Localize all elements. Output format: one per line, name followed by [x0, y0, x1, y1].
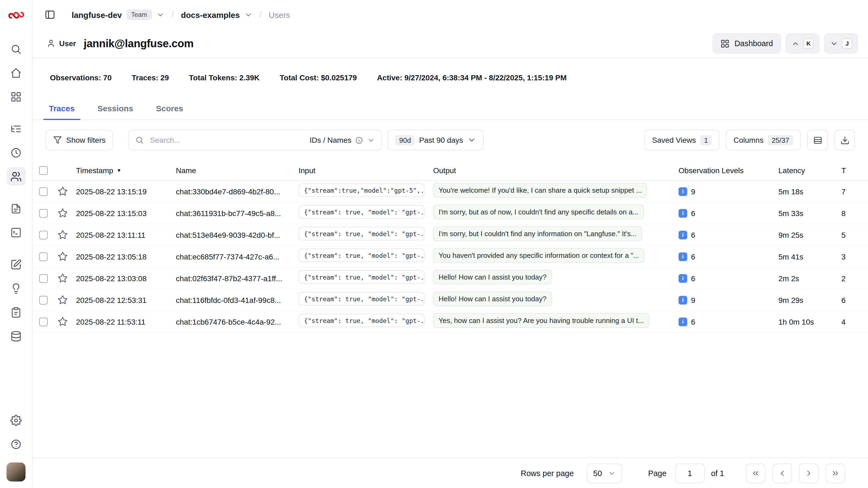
- sidebar-item-evaluation[interactable]: [7, 255, 25, 274]
- trace-timestamp: 2025-08-22 12:53:31: [76, 296, 176, 304]
- table-row[interactable]: 2025-08-22 13:15:03 chat:3611931b-bc77-4…: [33, 203, 868, 224]
- trace-output-cell: Hello! How can I assist you today?: [433, 292, 679, 308]
- search-scope-label: IDs / Names: [310, 136, 351, 144]
- sidebar-item-home[interactable]: [7, 63, 25, 82]
- tab-sessions[interactable]: Sessions: [92, 97, 139, 120]
- sidebar-toggle-button[interactable]: [41, 6, 59, 23]
- search-scope-dropdown[interactable]: IDs / Names: [310, 136, 375, 144]
- page-total-label: of 1: [711, 469, 724, 478]
- chevrons-left-icon: [751, 469, 760, 478]
- info-level-icon: i: [679, 296, 687, 304]
- row-checkbox[interactable]: [39, 252, 48, 261]
- truncated-cell: 3: [841, 252, 868, 261]
- bookmark-star-button[interactable]: [58, 295, 76, 305]
- table-row[interactable]: 2025-08-22 13:11:11 chat:513e84e9-9039-4…: [33, 224, 868, 246]
- select-all-checkbox[interactable]: [39, 166, 48, 175]
- panel-left-icon: [44, 9, 55, 20]
- project-switcher[interactable]: docs-examples: [181, 10, 252, 19]
- page-number-input[interactable]: [675, 463, 705, 483]
- sidebar-item-users[interactable]: [7, 167, 25, 186]
- sidebar-item-llm-judge[interactable]: [7, 279, 25, 298]
- row-checkbox[interactable]: [39, 296, 48, 304]
- truncated-cell: 8: [841, 209, 868, 217]
- export-button[interactable]: [834, 130, 855, 150]
- observation-levels-cell: i6: [679, 209, 778, 217]
- chevron-down-icon: [367, 136, 375, 144]
- previous-user-button[interactable]: K: [785, 33, 820, 54]
- bookmark-star-button[interactable]: [58, 230, 76, 240]
- sidebar-item-datasets[interactable]: [7, 327, 25, 345]
- tab-scores[interactable]: Scores: [151, 97, 189, 120]
- sidebar-item-prompts[interactable]: [7, 199, 25, 218]
- observation-levels-cell: i6: [679, 252, 778, 261]
- observation-count: 9: [691, 187, 695, 196]
- sidebar-item-search[interactable]: [7, 40, 25, 58]
- truncated-cell: 2: [841, 274, 868, 282]
- saved-views-button[interactable]: Saved Views 1: [645, 130, 719, 150]
- row-checkbox[interactable]: [39, 209, 48, 217]
- user-avatar[interactable]: [6, 462, 26, 482]
- columns-button[interactable]: Columns 25/37: [726, 130, 801, 150]
- next-page-button[interactable]: [799, 463, 818, 483]
- saved-views-count-badge: 1: [700, 135, 712, 145]
- sidebar-item-annotation[interactable]: [7, 303, 25, 322]
- breadcrumb-separator: /: [170, 10, 176, 20]
- table-row[interactable]: 2025-08-22 13:03:08 chat:02f63f47-87b2-4…: [33, 268, 868, 289]
- table-row[interactable]: 2025-08-22 12:53:31 chat:116fbfdc-0fd3-4…: [33, 289, 868, 311]
- search-box[interactable]: IDs / Names: [128, 130, 382, 150]
- stat-total-tokens: Total Tokens: 2.39K: [189, 73, 259, 82]
- first-page-button[interactable]: [746, 463, 766, 483]
- sidebar-item-sessions[interactable]: [7, 143, 25, 162]
- row-checkbox[interactable]: [39, 317, 48, 326]
- org-switcher[interactable]: langfuse-dev Team: [72, 9, 164, 20]
- date-range-badge: 90d: [396, 135, 415, 145]
- observation-levels-cell: i9: [679, 296, 778, 304]
- bookmark-star-button[interactable]: [58, 316, 76, 327]
- row-height-button[interactable]: [807, 130, 828, 150]
- show-filters-button[interactable]: Show filters: [45, 130, 113, 150]
- date-range-button[interactable]: 90d Past 90 days: [388, 130, 484, 150]
- tab-traces[interactable]: Traces: [43, 97, 80, 120]
- trace-latency: 5m 33s: [778, 209, 841, 217]
- row-checkbox[interactable]: [39, 274, 48, 282]
- bookmark-star-button[interactable]: [58, 273, 76, 283]
- trace-timestamp: 2025-08-22 13:05:18: [76, 252, 176, 261]
- observation-count: 6: [691, 317, 695, 326]
- table-row[interactable]: 2025-08-22 13:15:19 chat:330bd4e7-d869-4…: [33, 181, 868, 203]
- column-header-timestamp[interactable]: Timestamp ▼: [76, 166, 176, 175]
- column-header-latency: Latency: [778, 166, 841, 175]
- table-row[interactable]: 2025-08-22 11:53:11 chat:1cb67476-b5ce-4…: [33, 311, 868, 333]
- previous-page-button[interactable]: [772, 463, 792, 483]
- search-input[interactable]: [149, 135, 305, 145]
- row-checkbox[interactable]: [39, 187, 48, 196]
- clipboard-icon: [10, 306, 22, 318]
- timestamp-header-label: Timestamp: [76, 166, 113, 175]
- rows-per-page-select[interactable]: 50: [587, 463, 622, 483]
- bookmark-star-button[interactable]: [58, 251, 76, 262]
- trace-input-cell: {"stream": true, "model": "gpt-...: [299, 249, 433, 264]
- sort-desc-icon: ▼: [117, 167, 121, 173]
- table-row[interactable]: 2025-08-22 13:05:18 chat:ec685f77-7374-4…: [33, 246, 868, 268]
- info-level-icon: i: [679, 252, 687, 261]
- toolbar-right: Saved Views 1 Columns 25/37: [645, 130, 855, 150]
- sidebar-item-playground[interactable]: [7, 223, 25, 242]
- bookmark-star-button[interactable]: [58, 208, 76, 218]
- column-header-name: Name: [176, 166, 299, 175]
- keycap-k: K: [803, 38, 814, 49]
- last-page-button[interactable]: [826, 463, 845, 483]
- dashboard-button[interactable]: Dashboard: [712, 33, 781, 54]
- row-checkbox[interactable]: [39, 231, 48, 239]
- star-icon: [58, 295, 68, 305]
- sidebar-item-help[interactable]: [7, 435, 25, 453]
- bookmark-star-button[interactable]: [58, 186, 76, 196]
- sidebar-item-settings[interactable]: [7, 411, 25, 429]
- sidebar-item-dashboards[interactable]: [7, 87, 25, 106]
- sidebar-item-tracing[interactable]: [7, 119, 25, 138]
- search-icon: [10, 43, 22, 55]
- observation-count: 6: [691, 231, 695, 239]
- trace-name: chat:330bd4e7-d869-4b2f-80...: [176, 187, 299, 196]
- langfuse-logo-icon[interactable]: [7, 6, 25, 24]
- next-user-button[interactable]: J: [824, 33, 858, 54]
- trace-latency: 5m 18s: [778, 187, 841, 196]
- truncated-cell: 5: [841, 231, 868, 239]
